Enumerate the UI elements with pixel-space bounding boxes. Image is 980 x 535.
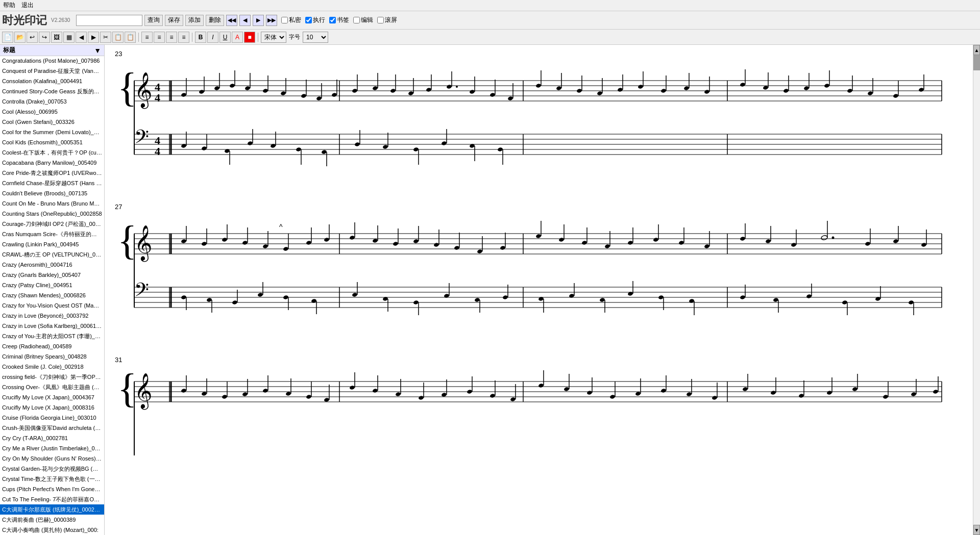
sidebar-item[interactable]: Crucifly My Love (X Japan)_0004367 xyxy=(0,392,104,402)
fmt-align-center[interactable]: ≡ xyxy=(154,32,165,43)
delete-button[interactable]: 删除 xyxy=(206,15,224,26)
right-scrollbar[interactable]: ▲ ▼ xyxy=(973,45,980,535)
sidebar-item[interactable]: Controlla (Drake)_007053 xyxy=(0,96,104,107)
font-size-select[interactable]: 10 xyxy=(303,32,328,43)
scroll-up[interactable]: ▲ xyxy=(973,45,980,55)
sidebar-item[interactable]: Cruise (Florida Georgia Line)_003010 xyxy=(0,413,104,423)
svg-point-97 xyxy=(847,88,852,93)
sidebar-item[interactable]: Criminal (Britney Spears)_004828 xyxy=(0,351,104,362)
sidebar-item[interactable]: Cry Me a River (Justin Timberlake)_00040… xyxy=(0,443,104,453)
svg-point-170 xyxy=(306,240,311,245)
fmt-bold[interactable]: B xyxy=(195,32,206,43)
sidebar-item[interactable]: Cornfield Chase-星际穿越OST (Hans Zimme xyxy=(0,178,104,188)
sidebar-item[interactable]: Cool (Alesso)_006995 xyxy=(0,107,104,117)
svg-text:4: 4 xyxy=(155,145,160,158)
sidebar-collapse[interactable]: ▼ xyxy=(94,46,101,55)
sidebar-item[interactable]: Conquest of Paradise-征服天堂 (Vangelis) xyxy=(0,66,104,76)
score-area[interactable]: 23 { 𝄞 4 4 xyxy=(105,45,973,535)
sidebar-item[interactable]: Crooked Smile (J. Cole)_002918 xyxy=(0,362,104,372)
sidebar-item[interactable]: Core Pride-青之祓魔师OP1 (UVERworld)_0 xyxy=(0,168,104,178)
nav-first[interactable]: ◀◀ xyxy=(226,15,237,26)
nav-last[interactable]: ▶▶ xyxy=(266,15,277,26)
sidebar-item[interactable]: Consolation (Kalafina)_0004491 xyxy=(0,76,104,86)
sidebar-item[interactable]: Crazy of You-主君的太阳OST (李珊)_000: xyxy=(0,331,104,341)
sidebar-item[interactable]: Crystal Garden-花与少女的视频BG (Millio xyxy=(0,464,104,474)
sidebar-item[interactable]: Courage-刀剑神域II OP2 (戸松遥)_00051- xyxy=(0,219,104,229)
sidebar-item[interactable]: Cras Numquam Scire-《丹特丽亚的书架》 xyxy=(0,229,104,239)
fmt-redo[interactable]: ↪ xyxy=(39,32,50,43)
font-name-select[interactable]: 宋体 xyxy=(261,32,286,43)
sidebar-item[interactable]: Coolest-在下坂本，有何贵干？OP (custor xyxy=(0,147,104,158)
checkbox-edit[interactable]: 编辑 xyxy=(353,16,373,24)
sidebar-item[interactable]: Crazy (Patsy Cline)_004951 xyxy=(0,280,104,290)
svg-point-259 xyxy=(773,297,778,302)
sidebar-item[interactable]: Crawling (Linkin Park)_004945 xyxy=(0,239,104,249)
sidebar-item[interactable]: Crossing Over-《凤凰》电影主题曲 (神思 xyxy=(0,382,104,392)
sidebar-item[interactable]: Cool Kids (Echosmith)_0005351 xyxy=(0,137,104,147)
fmt-table[interactable]: ▦ xyxy=(63,32,75,43)
add-button[interactable]: 添加 xyxy=(185,15,204,26)
search-button[interactable]: 查询 xyxy=(144,15,163,26)
search-input[interactable] xyxy=(76,15,142,26)
svg-point-299 xyxy=(349,385,355,390)
sidebar-item[interactable]: C大调小奏鸣曲 (莫扎特) (Mozart)_000: xyxy=(0,525,104,535)
checkbox-bookmark[interactable]: 书签 xyxy=(329,16,349,24)
sidebar-item[interactable]: Crazy (Aerosmith)_0004716 xyxy=(0,260,104,270)
sidebar-item[interactable]: Cut To The Feeling- 7不起的菲丽嘉OST (C xyxy=(0,494,104,504)
sidebar-item[interactable]: C大调前奏曲 (巴赫)_0000389 xyxy=(0,515,104,525)
sidebar-item[interactable]: Crush-美国偶像亚军David archuleta (Davic xyxy=(0,423,104,433)
fmt-open[interactable]: 📂 xyxy=(14,32,26,43)
fmt-align-left[interactable]: ≡ xyxy=(141,32,153,43)
sidebar-item[interactable]: Cry On My Shoulder (Guns N' Roses)_00039 xyxy=(0,453,104,464)
fmt-fwd[interactable]: ▶ xyxy=(88,32,99,43)
fmt-copy[interactable]: 📋 xyxy=(112,32,124,43)
menu-exit[interactable]: 退出 xyxy=(21,1,34,10)
fmt-align-right[interactable]: ≡ xyxy=(166,32,177,43)
sidebar-item[interactable]: Crazy in Love (Sofia Karlberg)_0006109 xyxy=(0,321,104,331)
fmt-cut[interactable]: ✂ xyxy=(100,32,111,43)
fmt-italic[interactable]: I xyxy=(207,32,218,43)
sidebar-item[interactable]: Crazy (Gnarls Barkley)_005407 xyxy=(0,270,104,280)
nav-next[interactable]: ▶ xyxy=(253,15,264,26)
svg-point-186 xyxy=(477,249,482,253)
sidebar-item[interactable]: Congratulations (Post Malone)_007986 xyxy=(0,56,104,66)
sidebar-item[interactable]: Continued Story-Code Geass 反叛的鲁路修 xyxy=(0,86,104,96)
menu-help[interactable]: 帮助 xyxy=(3,1,15,10)
sidebar-item[interactable]: Count On Me - Bruno Mars (Bruno Mars)_00 xyxy=(0,198,104,209)
sidebar-item[interactable]: CRAWL-糟の王 OP (VELTPUNCH)_0004721 xyxy=(0,249,104,260)
fmt-color[interactable]: A xyxy=(232,32,243,43)
sidebar-item[interactable]: Crazy for You-Vision Quest OST (Madonna) xyxy=(0,300,104,311)
sidebar-item[interactable]: Copacabana (Barry Manilow)_005409 xyxy=(0,158,104,168)
fmt-img[interactable]: 🖼 xyxy=(51,32,62,43)
sidebar-item[interactable]: Cry Cry (T-ARA)_0002781 xyxy=(0,433,104,443)
fmt-underline[interactable]: U xyxy=(219,32,231,43)
sidebar-item[interactable]: Cups (Pitch Perfect's When I'm Gone) (An… xyxy=(0,484,104,494)
sidebar-item[interactable]: crossing field-《刀剑神域》第一季OP (LiS xyxy=(0,372,104,382)
sidebar-item[interactable]: Cool (Gwen Stefani)_003326 xyxy=(0,117,104,127)
nav-prev[interactable]: ◀ xyxy=(239,15,251,26)
sidebar-item[interactable]: Cool for the Summer (Demi Lovato)_006627 xyxy=(0,127,104,137)
svg-point-267 xyxy=(908,300,914,304)
sidebar-item[interactable]: Crazy in Love (Beyoncé)_0003792 xyxy=(0,311,104,321)
sidebar-item[interactable]: C大调斯卡尔那底版 (纸牌见仗)_000242: xyxy=(0,504,104,515)
sidebar-item[interactable]: Crystal Time-数之王子殿下角色歌 (一之汁 xyxy=(0,474,104,484)
fmt-paste[interactable]: 📋 xyxy=(125,32,136,43)
sidebar-item[interactable]: Couldn't Believe (Broods)_007135 xyxy=(0,188,104,198)
sidebar-item[interactable]: Counting Stars (OneRepublic)_0002858 xyxy=(0,209,104,219)
scroll-down[interactable]: ▼ xyxy=(973,525,980,535)
checkbox-execute[interactable]: 执行 xyxy=(305,16,325,24)
fmt-undo[interactable]: ↩ xyxy=(27,32,38,43)
scroll-thumb[interactable] xyxy=(973,55,980,70)
sidebar-item[interactable]: Creep (Radiohead)_004589 xyxy=(0,341,104,351)
fmt-align-justify[interactable]: ≡ xyxy=(178,32,189,43)
sidebar-item[interactable]: Crucifly My Love (X Japan)_0008316 xyxy=(0,402,104,413)
fmt-highlight[interactable]: ■ xyxy=(244,32,255,43)
checkbox-private[interactable]: 私密 xyxy=(281,16,301,24)
svg-point-315 xyxy=(538,383,544,388)
checkbox-scroll[interactable]: 滚屏 xyxy=(377,16,397,24)
svg-point-319 xyxy=(586,390,592,395)
save-button[interactable]: 保存 xyxy=(165,15,183,26)
sidebar-item[interactable]: Crazy (Shawn Mendes)_0006826 xyxy=(0,290,104,300)
fmt-back[interactable]: ◀ xyxy=(76,32,87,43)
fmt-new[interactable]: 📄 xyxy=(2,32,13,43)
